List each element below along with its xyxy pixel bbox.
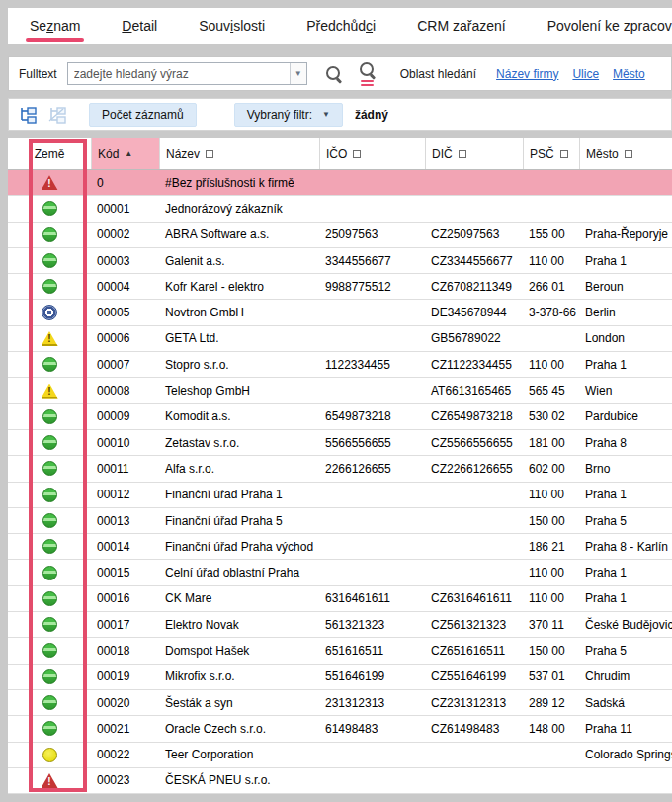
table-row[interactable]: 00016CK Mare6316461611CZ6316461611110 00… bbox=[8, 586, 672, 612]
status-cell bbox=[8, 274, 91, 299]
table-row[interactable]: 00001Jednorázový zákazník bbox=[8, 196, 672, 222]
cell-dic bbox=[425, 534, 523, 559]
scope-link-ulice[interactable]: Ulice bbox=[572, 67, 599, 81]
cell-dic: CZ561321323 bbox=[425, 612, 523, 637]
table-row[interactable]: 00010Zetastav s.r.o.5566556655CZ55665566… bbox=[8, 430, 672, 456]
column-filter-checkbox[interactable] bbox=[459, 150, 466, 158]
cell-psc: 537 01 bbox=[523, 665, 579, 689]
tree-view-icon[interactable] bbox=[18, 106, 38, 124]
cell-name: Komodit a.s. bbox=[159, 404, 319, 429]
chevron-down-icon: ▼ bbox=[322, 110, 330, 119]
cell-ico: 6316461611 bbox=[319, 586, 425, 611]
status-cell bbox=[8, 404, 91, 429]
cell-code: 00022 bbox=[91, 743, 159, 767]
table-row[interactable]: 00017Elektro Novak561321323CZ56132132337… bbox=[8, 612, 672, 638]
status-cell bbox=[8, 690, 91, 715]
record-count-button[interactable]: Počet záznamů bbox=[89, 103, 197, 127]
cell-dic: CZ25097563 bbox=[425, 223, 523, 247]
table-row[interactable]: 00019Mikrofix s.r.o.551646199CZ551646199… bbox=[8, 665, 672, 690]
cell-name: Finanční úřad Praha východ bbox=[159, 534, 319, 559]
cell-dic: CZ6708211349 bbox=[425, 274, 523, 299]
cell-city: Berlin bbox=[579, 300, 672, 324]
cell-city: Praha 1 bbox=[579, 483, 672, 507]
table-row[interactable]: 00021Oracle Czech s.r.o.61498483CZ614984… bbox=[8, 716, 672, 742]
tab-p-edch-dci[interactable]: Předchůdci bbox=[306, 8, 376, 44]
table-row[interactable]: 00003Galenit a.s.3344556677CZ33445566771… bbox=[8, 248, 672, 274]
cell-dic: CZ6316461611 bbox=[425, 586, 523, 611]
combo-dropdown-arrow-icon[interactable]: ▼ bbox=[290, 63, 306, 84]
fulltext-input[interactable] bbox=[68, 63, 290, 84]
table-row[interactable]: 00014Finanční úřad Praha východ186 21Pra… bbox=[8, 534, 672, 560]
status-cell bbox=[8, 196, 91, 221]
table-row[interactable]: 00002ABRA Software a.s.25097563CZ2509756… bbox=[8, 223, 672, 248]
search-icon[interactable] bbox=[325, 65, 343, 83]
tab-souvislosti[interactable]: Souvislosti bbox=[199, 8, 265, 44]
tab-crm-za-azen-[interactable]: CRM zařazení bbox=[417, 8, 505, 44]
table-row[interactable]: 00012Finanční úřad Praha 1110 00Praha 1 bbox=[8, 483, 672, 508]
cell-dic: CZ61498483 bbox=[425, 716, 523, 741]
column-filter-checkbox[interactable] bbox=[353, 150, 361, 158]
cell-code: 00004 bbox=[91, 274, 159, 299]
status-cell bbox=[8, 560, 91, 584]
cell-code: 00011 bbox=[91, 456, 159, 481]
table-row[interactable]: 00006GETA Ltd.GB56789022London bbox=[8, 326, 672, 352]
selected-filter-dropdown[interactable]: Vybraný filtr: ▼ bbox=[234, 103, 343, 127]
tab-seznam[interactable]: Seznam bbox=[30, 8, 80, 44]
column-header-label: DIČ bbox=[432, 147, 453, 161]
cell-psc: 110 00 bbox=[523, 483, 579, 507]
column-header-psč[interactable]: PSČ bbox=[523, 138, 579, 169]
cell-ico: 231312313 bbox=[319, 690, 425, 715]
table-row[interactable]: 00011Alfa s.r.o.2266126655CZ226612665560… bbox=[8, 456, 672, 482]
table-row[interactable]: 0#Bez příslušnosti k firmě bbox=[8, 170, 672, 196]
cell-name: Šesták a syn bbox=[159, 690, 319, 715]
table-row[interactable]: 00020Šesták a syn231312313CZ231312313289… bbox=[8, 690, 672, 716]
cell-psc: 150 00 bbox=[523, 508, 579, 533]
table-row[interactable]: 00018Domspot Hašek651616511CZ65161651115… bbox=[8, 638, 672, 664]
tab-label: CRM zařazení bbox=[417, 18, 505, 34]
tab-label: Souvislosti bbox=[199, 18, 265, 34]
column-header-město[interactable]: Město bbox=[579, 138, 672, 169]
cell-dic: CZ651616511 bbox=[425, 638, 523, 663]
table-row[interactable]: 00013Finanční úřad Praha 5150 00Praha 5 bbox=[8, 508, 672, 534]
table-row[interactable]: 00015Celní úřad oblastní Praha110 00Prah… bbox=[8, 560, 672, 585]
scope-link-název-firmy[interactable]: Název firmy bbox=[496, 67, 558, 81]
table-row[interactable]: 00004Kofr Karel - elektro9988775512CZ670… bbox=[8, 274, 672, 300]
green-ball-icon bbox=[42, 279, 57, 294]
cell-name: Celní úřad oblastní Praha bbox=[159, 560, 319, 584]
tab-detail[interactable]: Detail bbox=[122, 8, 157, 44]
table-row[interactable]: 00023ČESKÁ PNEU s.r.o. bbox=[8, 768, 672, 794]
cell-city: Chrudim bbox=[579, 665, 672, 689]
column-filter-checkbox[interactable] bbox=[560, 150, 568, 158]
cell-city: Praha 11 bbox=[579, 716, 672, 741]
cell-ico bbox=[319, 508, 425, 533]
tab-povolen-ke-zpracov-r[interactable]: Povolení ke zpracovár bbox=[547, 8, 672, 44]
column-header-kód[interactable]: Kód▲ bbox=[91, 138, 159, 169]
table-row[interactable]: 00008Teleshop GmbHAT6613165465565 45Wien bbox=[8, 378, 672, 403]
table-row[interactable]: 00022Teer CorporationColorado Springs bbox=[8, 743, 672, 768]
scope-link-město[interactable]: Město bbox=[613, 67, 645, 81]
table-row[interactable]: 00005Novtron GmbHDE3456789443-378-66Berl… bbox=[8, 300, 672, 325]
cell-code: 00014 bbox=[91, 534, 159, 559]
table-header-row: ZeměKód▲NázevIČODIČPSČMěsto bbox=[8, 138, 672, 170]
column-filter-checkbox[interactable] bbox=[625, 150, 632, 158]
cell-code: 00021 bbox=[91, 716, 159, 741]
magnifier-icon bbox=[359, 61, 377, 79]
fulltext-search-icon[interactable] bbox=[359, 61, 377, 86]
cell-name: ABRA Software a.s. bbox=[159, 223, 319, 247]
status-cell bbox=[8, 456, 91, 481]
toolbar: Počet záznamů Vybraný filtr: ▼ žádný bbox=[8, 98, 672, 131]
column-header-ičo[interactable]: IČO bbox=[319, 138, 425, 169]
fulltext-combobox[interactable]: ▼ bbox=[67, 62, 307, 85]
column-filter-checkbox[interactable] bbox=[206, 150, 213, 158]
table-row[interactable]: 00009Komodit a.s.6549873218CZ65498732185… bbox=[8, 404, 672, 430]
cell-city: Colorado Springs bbox=[579, 743, 672, 767]
green-ball-icon bbox=[42, 617, 57, 632]
tab-label: Předchůdci bbox=[306, 18, 376, 34]
column-header-název[interactable]: Název bbox=[159, 138, 319, 169]
cell-ico bbox=[319, 300, 425, 324]
column-header-země[interactable]: Země bbox=[8, 138, 91, 169]
tab-label: Povolení ke zpracovár bbox=[547, 18, 672, 34]
column-header-dič[interactable]: DIČ bbox=[425, 138, 523, 169]
status-cell bbox=[8, 612, 91, 637]
table-row[interactable]: 00007Stopro s.r.o.1122334455CZ1122334455… bbox=[8, 352, 672, 378]
